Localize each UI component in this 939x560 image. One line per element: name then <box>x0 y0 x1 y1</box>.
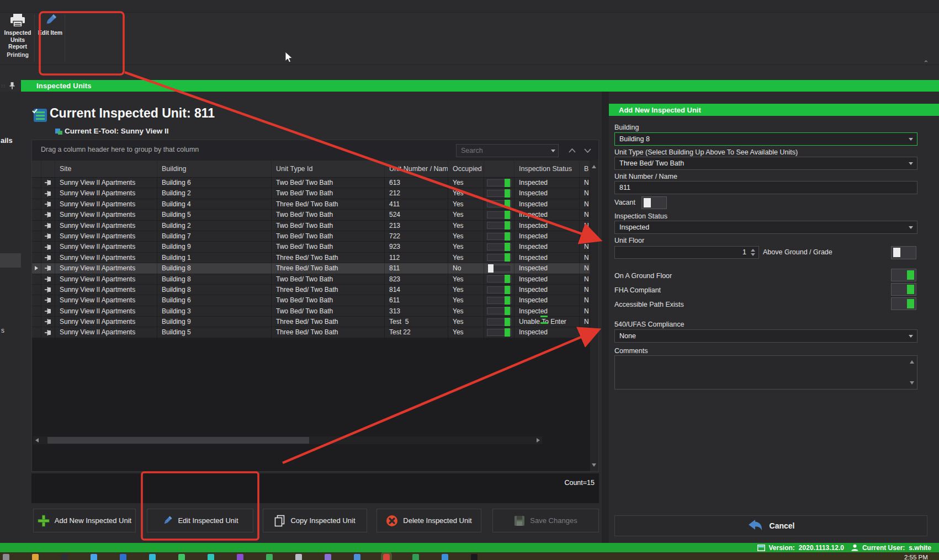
row-pin-cell[interactable] <box>41 253 55 263</box>
table-row[interactable]: Sunny View II Apartments Building 3 Two … <box>32 306 590 317</box>
col-site[interactable]: Site <box>55 161 157 177</box>
skype-app-icon[interactable] <box>149 554 156 560</box>
fha-compliant-toggle[interactable] <box>891 283 916 296</box>
ribbon-collapse-icon[interactable]: ⌃ <box>923 59 929 67</box>
row-pin-cell[interactable] <box>41 242 55 252</box>
excel-app-icon[interactable] <box>412 554 419 560</box>
vertical-scrollbar[interactable] <box>590 161 598 471</box>
occupied-toggle[interactable] <box>484 306 514 316</box>
console-app-icon[interactable] <box>61 554 68 560</box>
ground-floor-toggle[interactable] <box>891 269 916 281</box>
above-ground-toggle[interactable] <box>891 246 916 259</box>
onenote-app-icon[interactable] <box>237 554 243 560</box>
scroll-left-icon[interactable] <box>35 438 39 442</box>
green-circle-app-icon[interactable] <box>178 554 185 560</box>
table-row[interactable]: Sunny View II Apartments Building 2 Two … <box>32 188 590 199</box>
vacant-toggle[interactable] <box>641 196 667 209</box>
outlook-app-icon[interactable] <box>120 554 126 560</box>
violet-app-icon[interactable] <box>325 554 331 560</box>
row-pin-cell[interactable] <box>41 285 55 295</box>
table-row[interactable]: Sunny View II Apartments Building 9 Two … <box>32 242 590 252</box>
scroll-up-icon[interactable] <box>592 165 596 168</box>
search-input[interactable] <box>457 146 551 155</box>
table-row[interactable]: Sunny View II Apartments Building 6 Two … <box>32 295 590 306</box>
blue-app-icon[interactable] <box>442 554 448 560</box>
scrollbar-thumb[interactable] <box>47 437 309 444</box>
row-pin-cell[interactable] <box>41 221 55 231</box>
dock-tab-details-label[interactable]: ails <box>1 136 13 145</box>
occupied-toggle[interactable] <box>484 253 514 263</box>
unit-type-select[interactable]: Three Bed/ Two Bath <box>614 157 917 170</box>
table-row[interactable]: Sunny View II Apartments Building 4 Thre… <box>32 199 590 210</box>
teal-circle-app-icon[interactable] <box>208 554 214 560</box>
row-pin-cell[interactable] <box>41 306 55 316</box>
delete-inspected-unit-button[interactable]: Delete Inspected Unit <box>376 509 481 532</box>
start-icon[interactable] <box>3 554 9 560</box>
ufas-compliance-select[interactable]: None <box>614 329 917 343</box>
occupied-toggle[interactable] <box>484 210 514 220</box>
building-select[interactable]: Building 8 <box>614 132 917 146</box>
table-row[interactable]: Sunny View II Apartments Building 1 Thre… <box>32 253 590 263</box>
table-row[interactable]: Sunny View II Apartments Building 8 Thre… <box>32 285 590 295</box>
col-occupied-toggle[interactable] <box>484 161 514 177</box>
row-pin-cell[interactable] <box>41 317 55 327</box>
accessible-path-toggle[interactable] <box>891 297 916 310</box>
col-inspection-status[interactable]: Inspection Status <box>514 161 580 177</box>
occupied-toggle[interactable] <box>484 327 514 337</box>
occupied-toggle[interactable] <box>484 274 514 284</box>
row-pin-cell[interactable] <box>41 210 55 220</box>
row-pin-cell[interactable] <box>41 231 55 241</box>
inspection-status-select[interactable]: Inspected <box>614 221 917 234</box>
table-row[interactable]: Sunny View II Apartments Building 5 Two … <box>32 210 590 220</box>
col-occupied[interactable]: Occupied <box>448 161 484 177</box>
folder-app-icon[interactable] <box>32 554 39 560</box>
comments-textarea[interactable] <box>615 356 919 391</box>
edit-item-button[interactable]: Edit Item <box>36 13 64 51</box>
scroll-right-icon[interactable] <box>537 438 540 442</box>
col-unit-type[interactable]: Unit Type Id <box>272 161 385 177</box>
row-pin-cell[interactable] <box>41 263 55 273</box>
scroll-up-icon[interactable] <box>910 360 914 364</box>
search-next-button[interactable] <box>581 145 594 156</box>
copy-inspected-unit-button[interactable]: Copy Inspected Unit <box>263 509 367 532</box>
spin-up-icon[interactable] <box>751 249 755 252</box>
table-row[interactable]: Sunny View II Apartments Building 8 Two … <box>32 274 590 285</box>
inspected-units-report-button[interactable]: Inspected Units Report <box>1 13 34 51</box>
pin-icon[interactable] <box>9 82 15 89</box>
horizontal-scrollbar[interactable] <box>33 436 542 444</box>
unit-number-input[interactable]: 811 <box>614 181 917 194</box>
cancel-button[interactable]: Cancel <box>614 515 927 536</box>
row-pin-cell[interactable] <box>41 178 55 188</box>
edit-inspected-unit-button[interactable]: Edit Inspected Unit <box>147 509 253 532</box>
table-row[interactable]: Sunny View II Apartments Building 8 Thre… <box>32 263 590 274</box>
occupied-toggle[interactable] <box>484 178 514 188</box>
table-row[interactable]: Sunny View II Apartments Building 9 Thre… <box>32 317 590 327</box>
mail-app-icon[interactable] <box>91 554 97 560</box>
spin-down-icon[interactable] <box>751 253 755 256</box>
save-changes-button[interactable]: Save Changes <box>492 509 599 532</box>
black-console-app-icon[interactable] <box>471 554 478 560</box>
search-combo[interactable] <box>456 144 559 157</box>
table-row[interactable]: Sunny View II Apartments Building 5 Thre… <box>32 327 590 338</box>
scroll-down-icon[interactable] <box>910 381 914 385</box>
occupied-toggle[interactable] <box>484 295 514 305</box>
row-pin-cell[interactable] <box>41 327 55 337</box>
col-building[interactable]: Building <box>157 161 272 177</box>
occupied-toggle[interactable] <box>484 317 514 327</box>
green-square-app-icon[interactable] <box>266 554 273 560</box>
add-new-inspected-unit-button[interactable]: Add New Inspected Unit <box>33 509 136 532</box>
table-row[interactable]: Sunny View II Apartments Building 2 Two … <box>32 221 590 231</box>
dock-tab-label[interactable]: s <box>1 327 4 334</box>
occupied-toggle[interactable] <box>484 263 514 273</box>
table-row[interactable]: Sunny View II Apartments Building 6 Two … <box>32 178 590 188</box>
col-truncated[interactable]: B <box>580 161 590 177</box>
grey-app-icon[interactable] <box>295 554 302 560</box>
table-row[interactable]: Sunny View II Apartments Building 7 Two … <box>32 231 590 242</box>
occupied-toggle[interactable] <box>484 188 514 198</box>
row-pin-cell[interactable] <box>41 274 55 284</box>
row-pin-cell[interactable] <box>41 295 55 305</box>
occupied-toggle[interactable] <box>484 242 514 252</box>
col-unit-number[interactable]: Unit Number / Name <box>385 161 448 177</box>
search-prev-button[interactable] <box>565 145 579 156</box>
occupied-toggle[interactable] <box>484 221 514 231</box>
